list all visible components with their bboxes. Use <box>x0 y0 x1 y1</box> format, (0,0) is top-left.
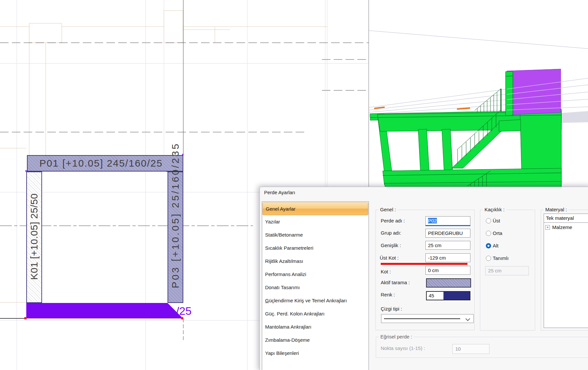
ust-kot-input[interactable]: -129 cm <box>425 253 470 262</box>
block-column <box>506 71 513 116</box>
line-sample <box>384 318 460 319</box>
cizgi-tipi-dropdown[interactable] <box>381 314 474 323</box>
cizgi-tipi-label: Çizgi tipi : <box>381 306 402 312</box>
perde-adi-input[interactable]: P02 <box>425 216 470 225</box>
selection-handles[interactable] <box>24 154 184 319</box>
radio-alt[interactable] <box>486 243 491 248</box>
nav-item-yapi-bilesenleri[interactable]: Yapı Bileşenleri <box>262 347 369 360</box>
nav-item-yazilar[interactable]: Yazılar <box>262 215 369 228</box>
egrisel-legend: Eğrisel perde : <box>379 334 414 339</box>
dialog-title: Perde Ayarları <box>264 190 295 195</box>
renk-label: Renk : <box>381 291 395 298</box>
chevron-down-icon <box>465 316 470 321</box>
egrisel-perde-group: Eğrisel perde : Nokta sayısı (1-15) : 10 <box>376 337 588 358</box>
grup-adi-input[interactable]: PERDEGRUBU <box>425 229 470 238</box>
nav-item-rijitlik-azaltilmasi[interactable]: Rijitlik Azaltılması <box>262 255 369 268</box>
settings-nav-list[interactable]: Genel Ayarlar Yazılar Statik/Betonarme S… <box>262 201 369 370</box>
genel-group: Genel : Perde adı : P02 Grup adı: PERDEG… <box>375 210 475 330</box>
nokta-sayisi-input[interactable]: 10 <box>452 344 489 354</box>
nav-item-zimbalama-doseme[interactable]: Zımbalama-Döşeme <box>262 334 369 347</box>
nav-item-sicaklik-parametreleri[interactable]: Sıcaklık Parametreleri <box>262 242 369 255</box>
renk-color-swatch <box>443 292 470 300</box>
wall-p01-band[interactable]: P01 [+10.05] 245/160/25 <box>27 155 183 172</box>
materyal-type-dropdown[interactable]: Tek materyal <box>544 214 588 223</box>
radio-alt-label: Alt <box>493 243 499 249</box>
kaciklik-legend: Kaçıklık : <box>483 207 506 212</box>
renk-value: 45 <box>427 292 443 300</box>
malzeme-label: Malzeme <box>552 224 572 230</box>
genislik-input[interactable]: 25 cm <box>425 241 470 250</box>
radio-orta-label: Orta <box>493 230 502 237</box>
radio-tanimli-label: Tanımlı <box>493 255 509 262</box>
nav-item-statik-betonarme[interactable]: Statik/Betonarme <box>262 228 369 242</box>
expand-icon[interactable]: + <box>545 225 550 230</box>
perde-adi-label: Perde adı : <box>381 218 405 224</box>
wall-p03-label: P03 [+10.05] 25/160/235 <box>170 130 181 301</box>
radio-tanimli[interactable] <box>486 256 491 261</box>
malzeme-tree-item[interactable]: + Malzeme <box>545 224 588 230</box>
kot-label: Kot : <box>381 268 391 275</box>
error-underline <box>381 263 467 265</box>
kaciklik-group: Kaçıklık : Üst Orta Alt Tanımlı 25 cm <box>480 210 535 331</box>
nokta-sayisi-label: Nokta sayısı (1-15) : <box>381 345 425 352</box>
perde-ayarlari-dialog[interactable]: Perde Ayarları Genel Ayarlar Yazılar Sta… <box>260 187 588 370</box>
kot-input[interactable]: 0 cm <box>425 266 470 275</box>
3d-viewport[interactable] <box>369 0 588 187</box>
grup-adi-label: Grup adı: <box>381 230 401 236</box>
radio-ust[interactable] <box>486 218 491 223</box>
ust-kot-label: Üst Kot : <box>380 255 399 261</box>
materyal-list[interactable]: Tek materyal + Malzeme <box>544 214 588 328</box>
focus-underline <box>425 225 470 226</box>
nav-item-guc-perd-kolon[interactable]: Güç. Perd. Kolon Ankrajları <box>262 307 369 320</box>
nav-item-performans-analizi[interactable]: Performans Analizi <box>262 268 369 281</box>
nav-item-genel-ayarlar[interactable]: Genel Ayarlar <box>262 202 368 215</box>
aktif-tarama-swatch[interactable] <box>426 278 471 288</box>
radio-ust-label: Üst <box>493 218 500 224</box>
genel-legend: Genel : <box>378 207 397 212</box>
wall-p01-label: P01 [+10.05] 245/160/25 <box>39 158 163 169</box>
materyal-group: Materyal : Tek materyal + Malzeme <box>541 210 588 331</box>
nav-item-mantolama[interactable]: Mantolama Ankrajları <box>262 320 369 334</box>
renk-picker[interactable]: 45 <box>426 291 470 300</box>
wall-p02-label: /25 <box>176 305 192 317</box>
tanimli-deger-input[interactable]: 25 cm <box>485 266 529 275</box>
nav-item-guclendirme-kiris[interactable]: Güçlendirme Kiriş ve Temel Ankrajları <box>262 294 369 307</box>
genislik-label: Genişlik : <box>381 242 401 249</box>
radio-orta[interactable] <box>486 231 491 236</box>
beam-k01-label: K01 [+10.05] 25/50 <box>29 181 40 292</box>
materyal-legend: Materyal : <box>544 207 569 212</box>
nav-item-donati-tasarimi[interactable]: Donatı Tasarımı <box>262 281 369 294</box>
ground-plane <box>561 111 588 123</box>
wall-p02-selected[interactable] <box>26 303 183 318</box>
aktif-tarama-label: Aktif tarama : <box>381 279 410 286</box>
